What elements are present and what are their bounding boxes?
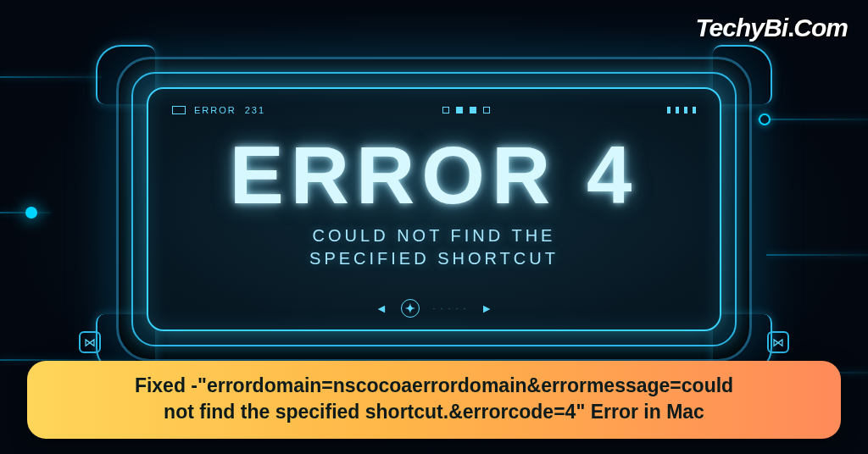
error-subtitle: COULD NOT FIND THE SPECIFIED SHORTCUT [148, 224, 720, 270]
tick-icon [667, 107, 670, 114]
site-logo: TechyBi.Com [695, 14, 848, 42]
screen-bottombar: ◄ ✦ · · · · · ► [148, 296, 720, 321]
topbar-left: ERROR 231 [172, 105, 265, 115]
tick-icon [676, 107, 679, 114]
logo-tld: Com [793, 14, 848, 42]
plus-glyph: ✦ [405, 302, 415, 315]
error-small-code: 231 [245, 105, 265, 115]
circuit-node [25, 207, 37, 219]
frame-bracket [713, 45, 772, 104]
side-glyph-box: ⋈ [767, 331, 789, 353]
indicator-icon [483, 107, 490, 114]
circuit-node [759, 114, 771, 125]
indicator-icon [442, 107, 449, 114]
caption-line2: not find the specified shortcut.&errorco… [164, 401, 704, 423]
circuit-line [0, 76, 102, 78]
chevron-left-icon: ◄ [376, 302, 387, 315]
article-caption-badge: Fixed -"errordomain=nscocoaerrordomain&e… [27, 361, 841, 439]
battery-icon [172, 106, 186, 114]
side-glyph-box: ⋈ [79, 331, 101, 353]
indicator-icon [470, 107, 476, 114]
error-subtitle-line2: SPECIFIED SHORTCUT [309, 249, 559, 268]
indicator-icon [456, 107, 463, 114]
topbar-center [442, 107, 490, 114]
caption-line1: Fixed -"errordomain=nscocoaerrordomain&e… [135, 374, 733, 396]
circuit-line [766, 254, 868, 256]
tick-icon [693, 107, 696, 114]
tick-icon [684, 107, 687, 114]
side-glyph-icon: ⋈ [84, 335, 96, 349]
error-small-label: ERROR [194, 105, 236, 115]
chevron-right-icon: ► [481, 302, 492, 315]
error-title: ERROR 4 [148, 135, 720, 216]
error-subtitle-line1: COULD NOT FIND THE [313, 226, 556, 245]
device-screen: ERROR 231 ERROR 4 COULD NOT FIND THE SPE… [147, 87, 721, 331]
circuit-line [758, 119, 868, 120]
error-main: ERROR 4 COULD NOT FIND THE SPECIFIED SHO… [148, 135, 720, 270]
topbar-right [667, 107, 696, 114]
screen-topbar: ERROR 231 [148, 97, 720, 123]
decorative-text: · · · · · [433, 304, 468, 313]
error-device-frame: ⋈ ⋈ ERROR 231 ERROR 4 [116, 57, 752, 362]
plus-circle-icon: ✦ [401, 299, 420, 318]
logo-brand: TechyBi [695, 14, 787, 42]
frame-bracket [96, 45, 155, 104]
side-glyph-icon: ⋈ [772, 335, 784, 349]
